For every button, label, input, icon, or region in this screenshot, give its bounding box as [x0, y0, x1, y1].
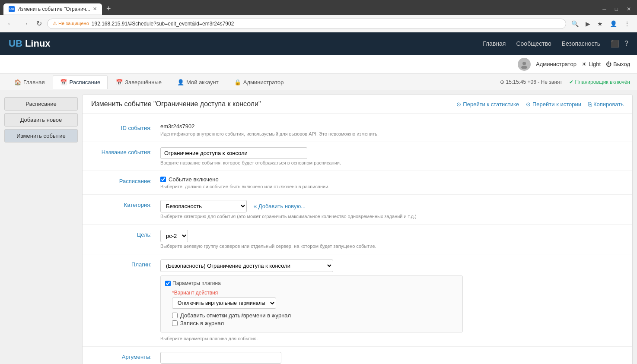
plugin-check1-label: Добавить отметки даты/времени в журнал [180, 312, 291, 319]
header-nav: Главная Сообщество Безопасность [483, 40, 600, 47]
category-help: Выберите категорию для события (это може… [160, 214, 624, 219]
app-header: UB Linux Главная Сообщество Безопасность… [0, 32, 637, 55]
logo: UB Linux [9, 38, 51, 49]
sidebar-add-new-button[interactable]: Добавить новое [4, 113, 78, 127]
content-area: Изменить событие "Ограничение доступа к … [82, 95, 633, 364]
schedule-help: Выберите, должно ли событие быть включен… [160, 184, 624, 189]
category-select-group: Безопасность « Добавить новую... [160, 200, 624, 212]
tab-home[interactable]: 🏠 Главная [7, 75, 52, 89]
tab-schedule[interactable]: 📅 Расписание [53, 75, 108, 89]
help-icon-button[interactable]: ? [624, 40, 628, 48]
event-id-help: Идентификатор внутреннего события, испол… [160, 131, 624, 136]
svg-point-0 [522, 62, 526, 65]
event-name-label: Название события: [91, 147, 160, 155]
target-select[interactable]: pc-2 [160, 230, 188, 242]
schedule-enabled-checkbox[interactable] [160, 177, 166, 182]
plugin-label: Плагин: [91, 260, 160, 268]
args-content: Список аргументов, разделённых запятыми.… [160, 352, 624, 364]
profile-button[interactable]: 👤 [607, 19, 620, 29]
url-text: 192.168.215.91/#Schedule?sub=edit_event&… [92, 21, 234, 27]
tabs-right-info: ⊙ 15:15:45 +06 - Не занят ✔ Планировщик … [500, 79, 630, 85]
main-layout: Расписание Добавить новое Изменить событ… [0, 90, 637, 364]
logo-ub: UB [9, 38, 22, 49]
args-input[interactable] [160, 352, 281, 364]
username: Администратор [536, 61, 576, 67]
plugin-params-header: Параметры плагина [165, 280, 458, 286]
security-warning: ⚠ Не защищено [53, 21, 89, 26]
new-tab-button[interactable]: + [105, 3, 113, 15]
exit-icon: ⏻ [606, 61, 612, 67]
bookmark-button[interactable]: ★ [595, 19, 605, 29]
plugin-check1-checkbox[interactable] [172, 313, 178, 318]
window-close-button[interactable]: ✕ [624, 4, 634, 14]
event-name-content: Введите название события, которое будет … [160, 147, 624, 165]
nav-community[interactable]: Сообщество [516, 40, 551, 47]
nav-security[interactable]: Безопасность [562, 40, 600, 47]
minimize-button[interactable]: ─ [600, 4, 609, 14]
app-tabs: 🏠 Главная 📅 Расписание 📅 Завершённые 👤 М… [0, 74, 637, 90]
plugin-params-box: Параметры плагина *Вариант действия Откл… [160, 275, 463, 332]
args-label: Аргументы: [91, 352, 160, 360]
category-row: Категория: Безопасность « Добавить новую… [83, 195, 632, 225]
light-label: Light [589, 61, 601, 67]
tab-admin[interactable]: 🔒 Администратор [227, 75, 291, 89]
forward-button[interactable]: → [19, 18, 31, 29]
nav-action-buttons: 🔍 ▶ ★ 👤 ⋮ [569, 19, 633, 29]
browser-chrome: UB Изменить событие "Огранич... ✕ + ─ □ … [0, 0, 637, 32]
scheduler-status: ✔ Планировщик включён [569, 79, 630, 85]
plugin-select[interactable]: (Безопасность) Ограничение доступа к кон… [160, 260, 333, 272]
cube-icon-button[interactable]: ⬛ [611, 40, 619, 48]
search-button[interactable]: 🔍 [569, 19, 581, 29]
light-mode-button[interactable]: ☀ Light [582, 61, 601, 67]
nav-home[interactable]: Главная [483, 40, 506, 47]
exit-label: Выход [613, 61, 630, 67]
page-header: Изменить событие "Ограничение доступа к … [83, 95, 632, 114]
goto-history-link[interactable]: ⊙ Перейти к истории [526, 101, 581, 108]
tab-bar: UB Изменить событие "Огранич... ✕ + ─ □ … [0, 0, 637, 15]
schedule-checkbox-row: Событие включено [160, 176, 624, 183]
logo-linux: Linux [22, 38, 51, 49]
svg-point-1 [521, 66, 527, 69]
schedule-content: Событие включено Выберите, должно ли соб… [160, 176, 624, 189]
event-name-help: Введите название события, которое будет … [160, 160, 624, 165]
tab-close-button[interactable]: ✕ [93, 6, 97, 12]
logout-button[interactable]: ⏻ Выход [606, 61, 630, 67]
sun-icon: ☀ [582, 61, 587, 67]
back-button[interactable]: ← [4, 18, 16, 29]
sidebar: Расписание Добавить новое Изменить событ… [0, 90, 82, 364]
plugin-check2-row: Запись в журнал [172, 320, 458, 326]
sidebar-schedule-button[interactable]: Расписание [4, 97, 78, 111]
browser-nav: ← → ↻ ⚠ Не защищено 192.168.215.91/#Sche… [0, 15, 637, 32]
tab-my-account[interactable]: 👤 Мой аккаунт [170, 75, 226, 89]
action-variant-select[interactable]: Отключить виртуальные терминалы [172, 298, 276, 309]
category-add-new-link[interactable]: « Добавить новую... [254, 203, 306, 209]
plugin-content: (Безопасность) Ограничение доступа к кон… [160, 260, 624, 341]
reload-button[interactable]: ↻ [34, 18, 45, 29]
sidebar-edit-event-button[interactable]: Изменить событие [4, 129, 78, 142]
restore-button[interactable]: □ [612, 4, 621, 14]
target-label: Цель: [91, 230, 160, 238]
target-row: Цель: pc-2 Выберите целевую группу серве… [83, 225, 632, 254]
plugin-params-toggle[interactable] [165, 281, 171, 286]
category-content: Безопасность « Добавить новую... Выберит… [160, 200, 624, 219]
browser-tab-active[interactable]: UB Изменить событие "Огранич... ✕ [3, 3, 102, 15]
plugin-check2-checkbox[interactable] [172, 320, 178, 326]
cast-button[interactable]: ▶ [583, 19, 593, 29]
address-bar[interactable]: ⚠ Не защищено 192.168.215.91/#Schedule?s… [47, 19, 566, 29]
copy-link[interactable]: ⎘ Копировать [588, 101, 624, 108]
event-id-label: ID события: [91, 123, 160, 131]
event-id-row: ID события: em3r24s7902 Идентификатор вн… [83, 118, 632, 142]
plugin-checkboxes: Добавить отметки даты/времени в журнал З… [172, 312, 458, 326]
plugin-params-title: Параметры плагина [172, 280, 221, 286]
event-name-input[interactable] [160, 147, 307, 159]
goto-stats-link[interactable]: ⊙ Перейти к статистике [456, 101, 519, 108]
event-form: ID события: em3r24s7902 Идентификатор вн… [83, 114, 632, 364]
tab-favicon: UB [9, 6, 15, 12]
header-icons: ⬛ ? [611, 40, 628, 48]
category-select[interactable]: Безопасность [160, 200, 247, 212]
category-label: Категория: [91, 200, 160, 208]
page-actions: ⊙ Перейти к статистике ⊙ Перейти к истор… [456, 101, 624, 108]
menu-button[interactable]: ⋮ [621, 19, 633, 29]
tab-completed[interactable]: 📅 Завершённые [108, 75, 169, 89]
plugin-params-inner: *Вариант действия Отключить виртуальные … [172, 290, 458, 326]
